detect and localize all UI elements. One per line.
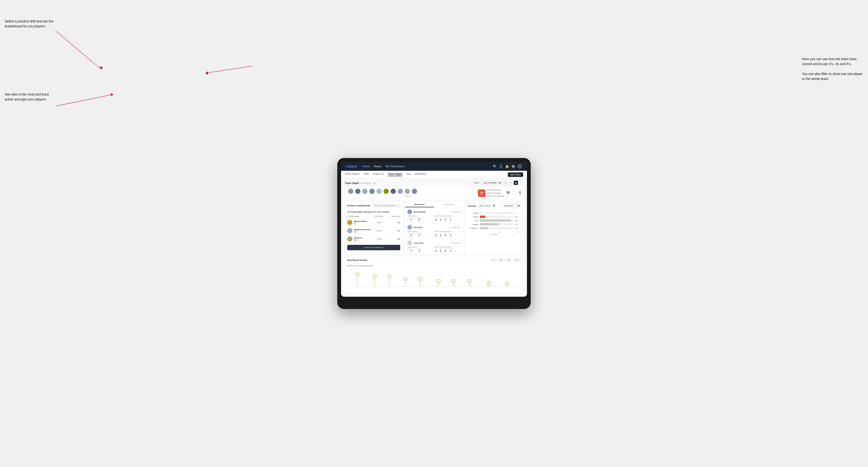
active-player-3: Josh Coles 26 Aug 2023 Total Rounds Tour	[405, 239, 463, 254]
list-view-btn[interactable]: ☰	[508, 181, 513, 185]
tab-least-active[interactable]: Least Active	[434, 202, 463, 207]
streaks-filter-putt[interactable]: PUTT	[513, 258, 521, 261]
table-row[interactable]: Cameron... 🥉 ③ 17/20 103	[345, 235, 403, 243]
shot-info-card: 198 yd Shot Dist: 16 yds Start Lie: Roug…	[476, 187, 523, 199]
top-nav: clippd Home Teams My Performance 🔍 👤 🔔 ⚙…	[341, 162, 527, 171]
nav-teams[interactable]: Teams	[374, 165, 381, 168]
bar-axis: 0 200 400	[468, 231, 521, 233]
total-practice-label-2: Total Practice Activities	[434, 231, 461, 232]
user-avatar[interactable]	[518, 164, 522, 168]
shot-val-1-label: yds	[507, 194, 509, 196]
bar-label-birdies: Birdies	[468, 216, 478, 218]
putt-num-1: 1	[450, 219, 451, 221]
active-stats-3: Total Rounds Tournament 7 Practice	[407, 246, 460, 252]
ott-col-2: OTT 0	[434, 233, 437, 237]
player-avatar-8[interactable]	[397, 188, 403, 194]
shot-dist-label: Shot Dist: 16 yds	[487, 189, 505, 192]
active-avatar-1	[407, 210, 412, 214]
bar-track-pars	[480, 219, 514, 222]
bar-val-pars: 499	[515, 220, 521, 221]
table-row[interactable]: Edward Crossman 🥈 ② 18/20 107	[345, 226, 403, 235]
ott-num-2: 0	[435, 234, 436, 237]
user-icon[interactable]: 👤	[499, 165, 503, 168]
svg-text:5x: 5x	[405, 279, 406, 280]
total-rounds-vals-1: Tournament 7 Practice 6	[407, 217, 434, 221]
active-stats-1: Total Rounds Tournament 7 Practice	[407, 215, 460, 221]
arg-num-2: 0	[445, 234, 446, 237]
tournament-num-2: 8	[411, 234, 412, 237]
add-team-button[interactable]: Add Team	[508, 173, 523, 177]
period-select[interactable]: Last 3 months	[480, 181, 502, 185]
streaks-filter-group: OTT APP ARG PUTT	[490, 258, 521, 261]
bar-track-eagles	[480, 212, 514, 214]
sub-nav-tour[interactable]: Tour	[406, 173, 411, 176]
start-lie-label: Start Lie: Rough	[487, 192, 505, 195]
bell-icon[interactable]: 🔔	[505, 165, 509, 168]
player-avatar-7[interactable]	[390, 188, 396, 194]
view-full-leaderboard-button[interactable]: View Full Leaderboard	[347, 245, 400, 250]
settings-icon[interactable]: ⚙️	[512, 165, 515, 168]
lb-rank-1: ①	[357, 223, 358, 224]
active-player-2: Rees Britt 02 Sep 2023 Total Rounds Tour	[405, 223, 463, 239]
svg-marker-42	[205, 71, 208, 75]
sub-nav-hcaps[interactable]: Hcaps 1-5	[373, 173, 384, 176]
app-col-1: APP 0	[439, 217, 442, 221]
nav-home[interactable]: Home	[363, 165, 369, 168]
total-rounds-group-2: Total Rounds Tournament 8 Practice	[407, 231, 434, 237]
lb-player-3: Cameron... 🥉 ③	[347, 236, 372, 242]
streaks-filter-ott[interactable]: OTT	[490, 258, 497, 261]
active-name-2: Rees Britt	[413, 226, 423, 228]
bar-row-dbogeys: D. Bogeys + 131	[468, 227, 521, 229]
player-avatar-9[interactable]	[404, 188, 410, 194]
app-num-1: 0	[440, 219, 441, 221]
edit-icon[interactable]: ✏️	[373, 182, 376, 184]
streaks-filter-app[interactable]: APP	[498, 258, 504, 261]
active-player-3-left: Josh Coles	[407, 241, 424, 245]
lb-medal-1: 🥇	[354, 222, 356, 225]
putt-col-2: PUTT 0	[449, 233, 453, 237]
search-icon[interactable]: 🔍	[493, 165, 497, 168]
svg-text:5x: 5x	[420, 279, 421, 280]
sub-nav-team-clippd[interactable]: Team Clippd	[388, 173, 402, 176]
player-avatar-6[interactable]	[383, 188, 389, 194]
card-view-btn[interactable]: ▦	[514, 181, 518, 185]
streaks-filter-arg[interactable]: ARG	[505, 258, 512, 261]
player-avatar-10[interactable]	[411, 188, 417, 194]
arg-num-3: 0	[445, 250, 446, 252]
player-avatar-5[interactable]	[376, 188, 382, 194]
table-row[interactable]: Richard Butler 🥇 ① 19/20 110	[345, 218, 403, 226]
scoring-player-filter[interactable]: All Players	[501, 204, 521, 208]
bar-row-birdies: Birdies 96	[468, 216, 521, 218]
lb-score-3: 17/20	[372, 238, 386, 240]
bar-label-dbogeys: D. Bogeys +	[468, 227, 478, 229]
player-avatar-4[interactable]	[369, 188, 375, 194]
scoring-par-filter[interactable]: Par 3, 4 & 5s	[477, 204, 496, 208]
svg-text:4: 4	[348, 279, 349, 281]
active-player-2-left: Rees Britt	[407, 225, 423, 230]
lb-name-1: Richard Butler	[354, 220, 367, 222]
bar-label-bogeys: Bogeys	[468, 224, 478, 225]
arg-num-1: 0	[445, 219, 446, 221]
tab-most-active[interactable]: Most Active	[405, 202, 434, 207]
filter-view-btn[interactable]: ≡	[519, 181, 523, 185]
arg-col-1: ARG 0	[444, 217, 447, 221]
leaderboard-filter[interactable]: PUTT Must Make Putting... ▾	[372, 204, 400, 207]
total-practice-group-3: Total Practice Activities OTT 0 APP	[434, 246, 461, 252]
svg-line-39	[55, 94, 113, 106]
bar-val-bogeys: 311	[515, 224, 521, 225]
bar-val-eagles: 3	[515, 212, 521, 214]
player-avatar-2[interactable]	[355, 188, 361, 194]
axis-400: 400	[519, 231, 521, 233]
lb-avatar-3	[347, 236, 352, 242]
player-avatar-3[interactable]	[362, 188, 368, 194]
sub-nav-pga[interactable]: PGA	[364, 173, 369, 176]
nav-performance[interactable]: My Performance	[385, 165, 405, 168]
svg-marker-40	[111, 93, 113, 96]
player-avatar-1[interactable]	[348, 188, 354, 194]
practice-col-3: Practice 2	[417, 248, 422, 252]
grid-view-btn[interactable]: ⊞	[503, 181, 507, 185]
shot-num-2: 0 yds	[519, 191, 521, 196]
active-avatar-3	[407, 241, 412, 245]
sub-nav-pgat[interactable]: PGAT Players	[345, 173, 360, 176]
sub-nav-all-players[interactable]: All Players	[415, 173, 426, 176]
